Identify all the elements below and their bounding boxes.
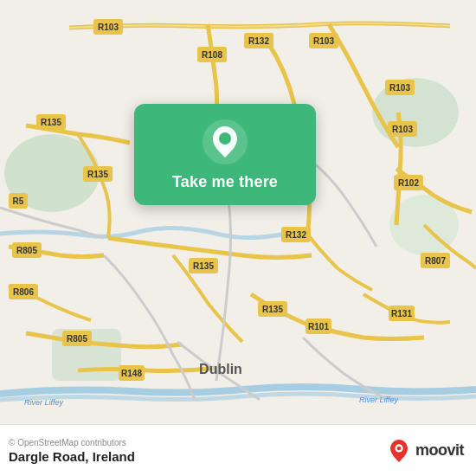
svg-text:R148: R148 — [121, 369, 142, 378]
svg-text:R103: R103 — [98, 23, 119, 32]
bottom-bar: © OpenStreetMap contributors Dargle Road… — [0, 424, 476, 476]
svg-text:R103: R103 — [392, 125, 413, 134]
svg-text:R131: R131 — [391, 309, 412, 318]
svg-text:R806: R806 — [13, 287, 34, 297]
svg-text:R101: R101 — [308, 322, 329, 331]
svg-text:Dublin: Dublin — [199, 362, 242, 376]
map-container: Dublin R103 R132 R103 R108 R103 R135 R10… — [0, 0, 476, 424]
moovit-pin-icon — [388, 440, 410, 462]
svg-point-51 — [397, 446, 402, 450]
copyright-text: © OpenStreetMap contributors — [9, 438, 135, 447]
svg-text:R132: R132 — [286, 230, 306, 240]
location-card[interactable]: Take me there — [134, 104, 316, 205]
map-svg: Dublin R103 R132 R103 R108 R103 R135 R10… — [0, 0, 476, 424]
location-pin-icon — [203, 119, 248, 164]
svg-text:R102: R102 — [398, 178, 419, 188]
svg-text:R103: R103 — [389, 83, 410, 93]
location-info: © OpenStreetMap contributors Dargle Road… — [9, 438, 135, 464]
moovit-logo: moovit — [388, 440, 464, 462]
svg-point-49 — [219, 132, 231, 145]
svg-text:R805: R805 — [16, 246, 37, 255]
svg-text:R135: R135 — [262, 305, 283, 314]
moovit-brand-text: moovit — [415, 441, 464, 460]
svg-text:R135: R135 — [193, 261, 214, 271]
svg-text:R805: R805 — [67, 334, 87, 344]
svg-text:R108: R108 — [202, 50, 222, 60]
svg-text:R5: R5 — [13, 196, 24, 206]
svg-text:R807: R807 — [425, 256, 446, 266]
take-me-there-button[interactable]: Take me there — [172, 173, 278, 191]
svg-text:R132: R132 — [248, 36, 269, 46]
svg-text:R135: R135 — [41, 118, 61, 127]
svg-text:R103: R103 — [313, 36, 334, 46]
location-name: Dargle Road, Ireland — [9, 449, 135, 464]
svg-text:River Liffey: River Liffey — [359, 396, 399, 404]
svg-text:River Liffey: River Liffey — [24, 398, 64, 407]
svg-text:R135: R135 — [87, 170, 108, 179]
